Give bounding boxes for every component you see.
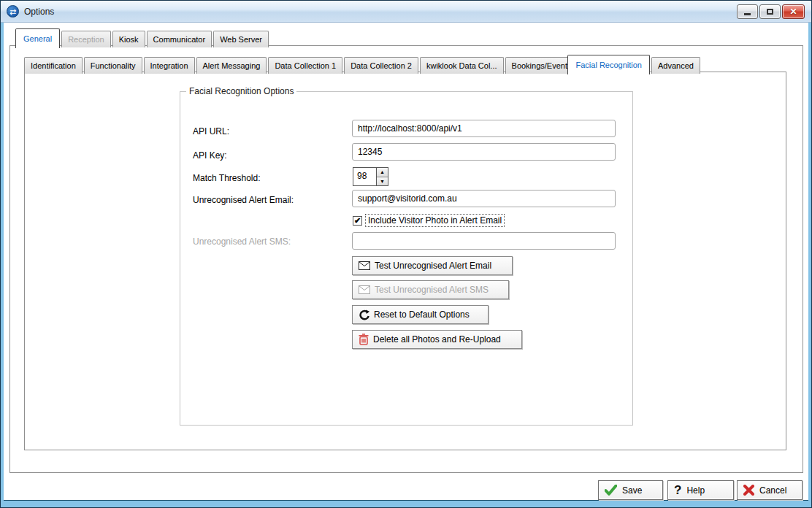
alert-sms-input[interactable] [352,232,616,250]
include-photo-checkbox-row[interactable]: ✔ Include Visitor Photo in Alert Email [353,215,504,226]
minimize-button[interactable] [737,4,758,19]
api-url-label: API URL: [193,126,229,136]
chevron-up-icon: ▲ [380,169,385,174]
tab-data-collection-1[interactable]: Data Collection 1 [268,57,342,74]
tab-alert-messaging[interactable]: Alert Messaging [196,57,267,74]
options-dialog: ⇄ Options ✕ General Reception Kiosk Comm… [0,0,812,508]
tab-reception: Reception [61,31,111,47]
tab-communicator[interactable]: Communicator [147,31,212,47]
tab-identification[interactable]: Identification [24,57,83,74]
check-icon [605,485,617,496]
alert-email-input[interactable] [352,190,616,207]
close-button[interactable]: ✕ [782,4,805,19]
close-icon: ✕ [789,7,797,17]
tab-integration[interactable]: Integration [144,57,195,74]
maximize-icon [767,9,773,15]
match-threshold-label: Match Threshold: [193,173,261,183]
tab-kwiklook-data-collection[interactable]: kwiklook Data Col... [420,57,504,74]
tab-data-collection-2[interactable]: Data Collection 2 [344,57,418,74]
button-label: Test Unrecognised Alert SMS [375,285,489,295]
delete-photos-button[interactable]: Delete all Photos and Re-Upload [352,330,522,349]
tab-functionality[interactable]: Functionality [84,57,142,74]
envelope-icon [359,261,370,270]
api-key-input[interactable] [352,143,616,161]
maximize-button[interactable] [759,4,781,19]
window-controls: ✕ [737,4,805,19]
button-label: Save [622,485,642,496]
button-label: Cancel [759,485,786,496]
minimize-icon [744,13,751,15]
tab-web-server[interactable]: Web Server [213,31,269,47]
include-photo-label: Include Visitor Photo in Alert Email [366,215,504,226]
dialog-client-area: General Reception Kiosk Communicator Web… [4,23,808,501]
alert-sms-label: Unrecognised Alert SMS: [193,236,291,247]
cancel-button[interactable]: Cancel [737,480,803,500]
title-bar[interactable]: ⇄ Options ✕ [1,1,811,23]
api-key-label: API Key: [193,150,227,161]
button-label: Reset to Default Options [374,309,470,320]
button-label: Help [686,485,705,496]
save-button[interactable]: Save [598,480,663,500]
button-label: Test Unrecognised Alert Email [375,261,491,271]
envelope-icon [359,285,370,294]
tab-bookings-events[interactable]: Bookings/Events [505,57,578,74]
refresh-icon [359,309,369,320]
match-threshold-value[interactable]: 98 [353,168,376,185]
alert-email-label: Unrecognised Alert Email: [193,195,294,205]
button-label: Delete all Photos and Re-Upload [373,334,501,345]
tab-facial-recognition[interactable]: Facial Recognition [567,55,650,74]
spinner-down-button[interactable]: ▼ [377,177,388,186]
include-photo-checkbox[interactable]: ✔ [353,216,362,226]
api-url-input[interactable] [352,120,616,137]
tab-advanced[interactable]: Advanced [651,57,700,74]
tab-general[interactable]: General [15,28,60,48]
facial-recognition-options-group: Facial Recognition Options API URL: API … [180,91,633,426]
group-title: Facial Recognition Options [186,86,296,96]
test-alert-sms-button: Test Unrecognised Alert SMS [352,280,509,299]
trash-icon [359,334,369,345]
test-alert-email-button[interactable]: Test Unrecognised Alert Email [352,256,513,275]
outer-tab-strip: General Reception Kiosk Communicator Web… [15,28,270,47]
spinner-up-button[interactable]: ▲ [377,168,388,177]
reset-defaults-button[interactable]: Reset to Default Options [352,305,489,324]
match-threshold-spinner[interactable]: 98 ▲ ▼ [353,167,388,186]
question-mark-icon: ? [674,483,681,498]
tab-kiosk[interactable]: Kiosk [112,31,145,47]
x-icon [743,485,754,496]
spinner-buttons: ▲ ▼ [376,168,388,185]
checkbox-check-icon: ✔ [354,217,361,225]
window-title: Options [24,7,54,17]
inner-tab-strip: Identification Functionality Integration… [24,55,702,74]
app-swap-arrows-icon: ⇄ [7,5,19,18]
help-button[interactable]: ? Help [667,480,734,500]
chevron-down-icon: ▼ [380,179,385,184]
